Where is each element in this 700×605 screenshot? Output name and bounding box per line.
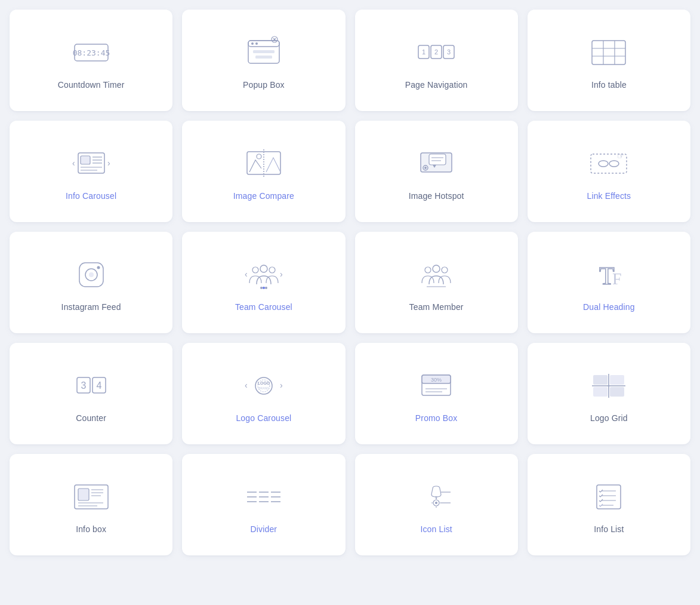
svg-text:LOGO: LOGO bbox=[258, 381, 270, 385]
instagram-icon bbox=[70, 258, 113, 291]
svg-text:F: F bbox=[612, 269, 622, 288]
card-label: Info box bbox=[76, 524, 106, 534]
card-image-compare[interactable]: Image Compare bbox=[182, 121, 345, 222]
svg-point-32 bbox=[257, 154, 261, 159]
svg-point-54 bbox=[260, 287, 263, 289]
svg-text:‹: ‹ bbox=[245, 269, 248, 279]
svg-text:08:23:45: 08:23:45 bbox=[72, 48, 110, 57]
svg-point-5 bbox=[255, 42, 258, 45]
iconlist-icon bbox=[415, 480, 458, 514]
card-icon-list[interactable]: Icon List bbox=[355, 454, 518, 555]
svg-text:☞: ☞ bbox=[617, 151, 625, 161]
card-label: Page Navigation bbox=[405, 80, 468, 90]
teammember-icon bbox=[415, 258, 458, 291]
svg-point-104 bbox=[435, 502, 437, 504]
card-info-carousel[interactable]: ‹ › Info Carousel bbox=[10, 121, 172, 222]
card-label: Divider bbox=[251, 524, 277, 534]
card-label: Team Member bbox=[409, 302, 464, 312]
svg-point-56 bbox=[265, 287, 267, 289]
svg-point-53 bbox=[269, 267, 275, 273]
card-promo-box[interactable]: 30% Promo Box bbox=[355, 343, 518, 444]
card-info-table[interactable]: Info table bbox=[528, 10, 690, 111]
card-label: Info List bbox=[594, 524, 624, 534]
card-team-carousel[interactable]: ‹ › Team Carousel bbox=[182, 232, 345, 333]
svg-point-55 bbox=[263, 287, 265, 289]
card-label: Logo Grid bbox=[590, 413, 628, 423]
card-image-hotspot[interactable]: Image Hotspot bbox=[355, 121, 518, 222]
svg-point-4 bbox=[251, 42, 254, 45]
svg-point-52 bbox=[260, 265, 267, 272]
svg-point-40 bbox=[424, 167, 427, 169]
card-label: Dual Heading bbox=[583, 302, 635, 312]
svg-text:BRAND: BRAND bbox=[258, 386, 269, 390]
card-divider[interactable]: Divider bbox=[182, 454, 345, 555]
svg-rect-35 bbox=[429, 154, 446, 165]
card-info-list[interactable]: Info List bbox=[528, 454, 690, 555]
infolist-icon bbox=[587, 480, 630, 514]
infotable-icon bbox=[587, 36, 630, 69]
counter-icon: 3 4 bbox=[70, 369, 113, 403]
svg-text:2: 2 bbox=[434, 48, 438, 56]
svg-text:30%: 30% bbox=[431, 377, 442, 383]
imagecompare-icon bbox=[242, 147, 285, 180]
card-counter[interactable]: 3 4 Counter bbox=[10, 343, 172, 444]
card-instagram-feed[interactable]: Instagram Feed bbox=[10, 232, 172, 333]
countdown-icon: 08:23:45 bbox=[70, 36, 113, 69]
svg-text:4: 4 bbox=[96, 380, 101, 391]
svg-rect-7 bbox=[255, 56, 272, 59]
card-info-box[interactable]: Info box bbox=[10, 454, 172, 555]
svg-rect-78 bbox=[593, 375, 608, 385]
card-label: Popup Box bbox=[243, 80, 285, 90]
svg-point-51 bbox=[252, 267, 258, 273]
card-label: Countdown Timer bbox=[58, 80, 125, 90]
logocarousel-icon: ‹ › LOGO BRAND bbox=[242, 369, 285, 403]
card-logo-carousel[interactable]: ‹ › LOGO BRAND Logo Carousel bbox=[182, 343, 345, 444]
svg-rect-6 bbox=[253, 50, 275, 53]
svg-point-43 bbox=[609, 161, 619, 167]
svg-point-58 bbox=[433, 265, 440, 272]
card-label: Icon List bbox=[420, 524, 452, 534]
linkeffects-icon: ☞ bbox=[587, 147, 630, 180]
card-team-member[interactable]: Team Member bbox=[355, 232, 518, 333]
svg-rect-79 bbox=[610, 375, 624, 385]
svg-rect-85 bbox=[78, 489, 89, 500]
card-page-navigation[interactable]: 1 2 3 Page Navigation bbox=[355, 10, 518, 111]
card-label: Instagram Feed bbox=[61, 302, 121, 312]
widget-grid: 08:23:45 Countdown Timer Popup Box bbox=[10, 10, 690, 555]
card-popup-box[interactable]: Popup Box bbox=[182, 10, 345, 111]
card-link-effects[interactable]: ☞ Link Effects bbox=[528, 121, 690, 222]
svg-point-48 bbox=[89, 272, 94, 277]
svg-text:‹: ‹ bbox=[245, 380, 248, 390]
card-label: Team Carousel bbox=[235, 302, 292, 312]
svg-point-47 bbox=[97, 266, 100, 269]
svg-text:3: 3 bbox=[447, 48, 451, 56]
svg-text:›: › bbox=[107, 158, 110, 168]
card-logo-grid[interactable]: Logo Grid bbox=[528, 343, 690, 444]
card-label: Promo Box bbox=[415, 413, 458, 423]
card-dual-heading[interactable]: T F Dual Heading bbox=[528, 232, 690, 333]
svg-rect-80 bbox=[593, 387, 608, 397]
svg-point-57 bbox=[425, 267, 431, 273]
svg-text:‹: ‹ bbox=[72, 158, 75, 168]
svg-point-59 bbox=[442, 267, 448, 273]
promobox-icon: 30% bbox=[415, 369, 458, 403]
imagehotspot-icon bbox=[415, 147, 458, 180]
dualheading-icon: T F bbox=[587, 258, 630, 291]
card-label: Counter bbox=[76, 413, 106, 423]
card-label: Link Effects bbox=[587, 191, 631, 201]
logogrid-icon bbox=[587, 369, 630, 403]
card-countdown-timer[interactable]: 08:23:45 Countdown Timer bbox=[10, 10, 172, 111]
svg-rect-17 bbox=[592, 41, 625, 65]
card-label: Info table bbox=[591, 80, 627, 90]
infobox-icon bbox=[70, 480, 113, 514]
svg-rect-25 bbox=[81, 156, 90, 164]
svg-text:3: 3 bbox=[81, 380, 86, 391]
svg-rect-81 bbox=[610, 387, 624, 397]
divider-icon bbox=[242, 480, 285, 514]
svg-text:›: › bbox=[280, 269, 283, 279]
card-label: Image Hotspot bbox=[409, 191, 464, 201]
card-label: Logo Carousel bbox=[236, 413, 291, 423]
popup-icon bbox=[242, 36, 285, 69]
svg-point-42 bbox=[599, 161, 608, 167]
svg-text:1: 1 bbox=[422, 48, 425, 56]
